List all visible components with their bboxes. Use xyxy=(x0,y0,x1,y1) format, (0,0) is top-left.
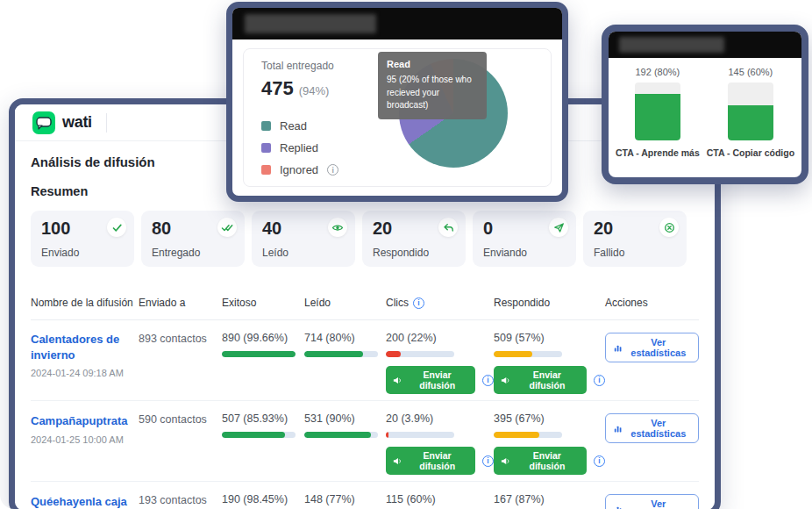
replied-value: 509 (57%) xyxy=(494,332,605,344)
broadcast-date: 2024-01-24 09:18 AM xyxy=(31,368,139,378)
megaphone-icon xyxy=(501,376,510,385)
stat-label: Fallido xyxy=(594,247,624,259)
cta-bar-chart: 192 (80%) CTA - Aprende más 145 (60%) CT… xyxy=(609,58,801,158)
broadcast-name-link[interactable]: Calentadores de invierno xyxy=(31,332,129,362)
send-broadcast-button[interactable]: Enviar difusión xyxy=(494,366,587,394)
cta-bar-copiar-codigo: 145 (60%) CTA - Copiar código xyxy=(707,67,794,158)
bar-track xyxy=(728,82,773,140)
broadcast-name-link[interactable]: Quéehayenla caja xyxy=(31,494,127,509)
read-value: 714 (80%) xyxy=(304,332,386,344)
clicks-cell: 20 (3.9%) Enviar difusión xyxy=(386,412,494,475)
send-broadcast-label: Enviar difusión xyxy=(406,450,468,471)
legend-swatch xyxy=(261,121,271,131)
brand-name: wati xyxy=(62,113,92,132)
failed-icon xyxy=(659,218,679,237)
legend-label: Ignored xyxy=(280,163,318,176)
header-divider xyxy=(106,113,107,133)
bar-value-label: 145 (60%) xyxy=(729,67,773,77)
replied-progress-bar xyxy=(494,351,562,357)
legend-swatch xyxy=(261,165,271,175)
info-icon[interactable] xyxy=(413,298,424,309)
read-value: 148 (77%) xyxy=(304,493,386,505)
screenshot-stage: wati Análisis de difusión Resumen 100 En… xyxy=(0,0,812,509)
contacts-cell: 893 contactos xyxy=(139,332,222,345)
popup-header xyxy=(609,32,801,58)
read-cell: 531 (90%) xyxy=(304,412,386,438)
send-icon xyxy=(549,218,568,237)
send-broadcast-label: Enviar difusión xyxy=(406,369,468,391)
legend-swatch xyxy=(261,143,271,153)
contacts-cell: 590 contactos xyxy=(139,412,222,426)
col-header-replied: Respondido xyxy=(494,297,605,309)
view-stats-button[interactable]: Ver estadísticas xyxy=(605,413,699,443)
bar-chart-icon xyxy=(614,343,623,353)
reply-icon xyxy=(438,218,458,237)
success-progress-bar xyxy=(222,432,296,438)
clicks-value: 200 (22%) xyxy=(386,332,494,344)
send-broadcast-label: Enviar difusión xyxy=(515,369,580,391)
pie-tooltip: Read 95 (20% of those who recieved your … xyxy=(378,52,487,119)
send-broadcast-button[interactable]: Enviar difusión xyxy=(494,447,587,475)
replied-value: 167 (87%) xyxy=(494,493,605,505)
stat-label: Entregado xyxy=(152,247,200,259)
send-broadcast-button[interactable]: Enviar difusión xyxy=(386,447,475,475)
pie-panel: Total entregado 475 (94%) Read Replied I… xyxy=(243,48,552,187)
popup-header xyxy=(232,8,562,39)
legend-label: Read xyxy=(280,119,307,133)
bar-chart-icon xyxy=(614,424,623,434)
bar-fill xyxy=(635,94,680,140)
wati-logo[interactable]: wati xyxy=(32,111,92,134)
redacted-title xyxy=(245,14,376,33)
table-row: Campañapuptrata 2024-01-25 10:00 AM 590 … xyxy=(31,401,699,482)
replied-cell: 167 (87%) Enviar difusión xyxy=(494,493,605,509)
contacts-cell: 193 contactos xyxy=(139,493,222,506)
legend-item-replied: Replied xyxy=(261,141,551,154)
info-icon[interactable] xyxy=(482,375,494,386)
megaphone-icon xyxy=(501,456,510,466)
info-icon[interactable] xyxy=(482,455,494,467)
clicks-header-label: Clics xyxy=(386,297,409,309)
info-icon[interactable] xyxy=(594,375,605,386)
tooltip-title: Read xyxy=(387,59,478,69)
col-header-clicks: Clics xyxy=(386,297,494,309)
megaphone-icon xyxy=(393,376,402,385)
info-icon[interactable] xyxy=(327,164,338,176)
success-cell: 507 (85.93%) xyxy=(222,412,304,438)
summary-stats-row: 100 Enviado 80 Entregado 40 xyxy=(31,211,699,267)
success-value: 507 (85.93%) xyxy=(222,412,304,425)
actions-cell: Ver estadísticas xyxy=(605,493,699,509)
replied-progress-bar xyxy=(494,432,562,438)
col-header-read: Leído xyxy=(304,297,386,309)
stat-card-leido: 40 Leído xyxy=(252,211,355,267)
success-cell: 190 (98.45%) xyxy=(222,493,304,509)
stat-card-enviando: 0 Enviando xyxy=(473,211,576,267)
col-header-success: Exitoso xyxy=(222,297,304,309)
stat-label: Enviado xyxy=(41,247,79,259)
view-stats-label: Ver estadísticas xyxy=(627,337,690,358)
table-row: Quéehayenla caja 2024-01-26 06:28 PM 193… xyxy=(31,482,699,509)
clicks-cell: 200 (22%) Enviar difusión xyxy=(386,332,494,394)
table-header-row: Nombre de la difusión Enviado a Exitoso … xyxy=(31,290,699,320)
view-stats-button[interactable]: Ver estadísticas xyxy=(605,494,699,509)
bar-chart-icon xyxy=(614,505,623,509)
bar-category-label: CTA - Aprende más xyxy=(616,147,700,158)
chat-bubble-icon xyxy=(32,111,55,134)
view-stats-button[interactable]: Ver estadísticas xyxy=(605,333,699,362)
actions-cell: Ver estadísticas xyxy=(605,332,699,362)
send-broadcast-button[interactable]: Enviar difusión xyxy=(386,366,475,394)
stat-card-respondido: 20 Respondido xyxy=(362,211,466,267)
col-header-actions: Acciones xyxy=(605,297,699,309)
broadcast-name-link[interactable]: Campañapuptrata xyxy=(31,413,128,429)
double-check-icon xyxy=(217,218,237,237)
info-icon[interactable] xyxy=(594,455,605,467)
total-delivered-value: 475 xyxy=(261,77,294,100)
bar-track xyxy=(635,82,680,140)
eye-icon xyxy=(328,218,347,237)
stat-label: Enviando xyxy=(483,247,527,259)
success-progress-bar xyxy=(222,351,296,357)
megaphone-icon xyxy=(393,456,402,466)
replied-cell: 509 (57%) Enviar difusión xyxy=(494,332,605,394)
read-cell: 714 (80%) xyxy=(304,332,386,357)
delivery-pie-popup: Total entregado 475 (94%) Read Replied I… xyxy=(226,2,568,202)
clicks-cell: 115 (60%) Enviar difusión xyxy=(386,493,494,509)
